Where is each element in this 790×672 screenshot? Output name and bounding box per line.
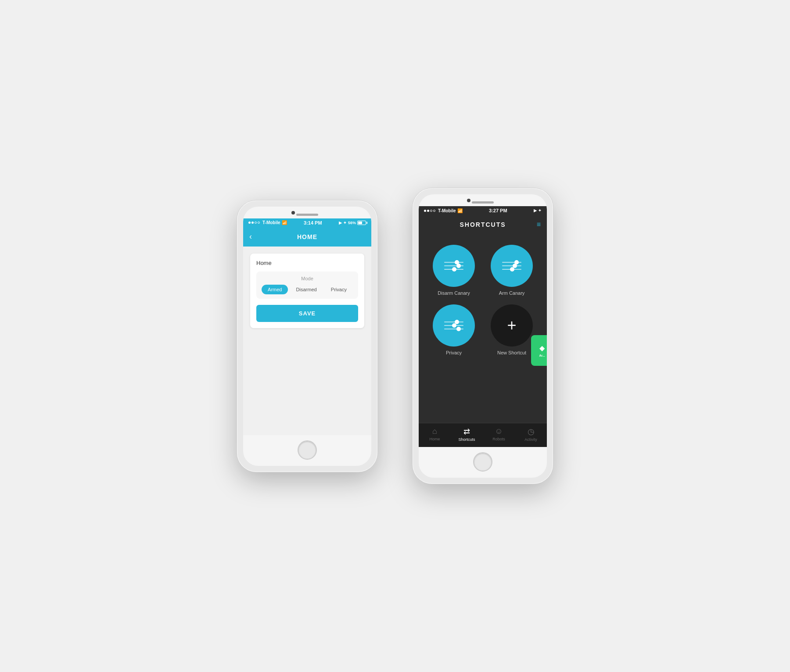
home-tab-label: Home — [429, 437, 440, 441]
front-camera — [291, 211, 295, 214]
shortcut-disarm-canary[interactable]: Disarm Canary — [429, 245, 478, 296]
arm-slider-icon — [499, 258, 525, 273]
plus-icon: + — [507, 316, 516, 335]
tab-shortcuts[interactable]: ⇄ Shortcuts — [456, 427, 478, 442]
disarm-slider-icon — [441, 258, 467, 273]
slider-knob-2 — [456, 264, 461, 268]
arm-slider-line-3 — [502, 269, 521, 270]
phone2-bt: ✦ — [538, 208, 542, 213]
privacy-label: Privacy — [446, 350, 462, 355]
shortcuts-tab-icon: ⇄ — [463, 427, 470, 436]
speaker — [296, 214, 318, 216]
time-display: 3:14 PM — [304, 220, 322, 225]
slider-row-3 — [444, 269, 463, 270]
arm-slider-knob-3 — [510, 267, 514, 272]
shortcuts-screen: Disarm Canary — [419, 234, 547, 423]
arm-slider-line-2 — [502, 265, 521, 266]
slider-row-2 — [444, 265, 463, 266]
shortcut-arm-canary[interactable]: Arm Canary — [487, 245, 536, 296]
mode-armed-button[interactable]: Armed — [262, 285, 288, 294]
priv-slider-knob-3 — [456, 327, 461, 331]
signal-dots — [248, 222, 260, 224]
battery-indicator — [357, 221, 366, 225]
page-title: HOME — [258, 233, 356, 240]
back-button[interactable]: ‹ — [249, 232, 258, 241]
slider-knob-3 — [452, 267, 456, 272]
arm-slider-line-1 — [502, 262, 521, 263]
phone2-bottom — [419, 447, 547, 478]
wifi-icon: 📶 — [282, 220, 287, 225]
phone2-screen: T-Mobile 📶 3:27 PM ▶ ✦ SHORTCUTS ≡ — [419, 206, 547, 447]
arm-slider-row-3 — [502, 269, 521, 270]
shortcut-new[interactable]: + New Shortcut — [487, 304, 536, 355]
nav-bar: ‹ HOME — [243, 227, 371, 247]
phone2-speaker — [472, 201, 494, 204]
priv-slider-row-1 — [444, 322, 463, 322]
tab-activity[interactable]: ◷ Activity — [520, 427, 542, 442]
location-name: Home — [256, 260, 358, 266]
battery-fill — [358, 222, 362, 224]
battery-text: 56% — [348, 221, 356, 225]
phone2-time: 3:27 PM — [489, 208, 507, 213]
dot2 — [251, 222, 254, 224]
phone2-carrier: T-Mobile — [438, 208, 456, 213]
shortcuts-grid: Disarm Canary — [419, 234, 547, 362]
home-card: Home Mode Armed Disarmed Privacy SAVE — [250, 254, 364, 328]
arm-slider-row-1 — [502, 262, 521, 263]
robots-tab-icon: ☺ — [495, 427, 503, 436]
phone2-status-bar: T-Mobile 📶 3:27 PM ▶ ✦ — [419, 206, 547, 215]
priv-slider-row-2 — [444, 325, 463, 326]
phone-top-hardware — [243, 207, 371, 218]
p2-dot3 — [430, 210, 432, 212]
home-tab-icon: ⌂ — [432, 427, 437, 436]
mode-disarmed-button[interactable]: Disarmed — [290, 285, 323, 294]
phone2-signal-dots — [424, 210, 435, 212]
new-shortcut-label: New Shortcut — [497, 350, 526, 355]
p2-dot1 — [424, 210, 426, 212]
shortcut-privacy[interactable]: Privacy — [429, 304, 478, 355]
privacy-slider-icon — [441, 318, 467, 333]
phone2-status-left: T-Mobile 📶 — [424, 208, 463, 213]
shortcuts-tab-label: Shortcuts — [458, 437, 475, 442]
home-content: Home Mode Armed Disarmed Privacy SAVE — [243, 247, 371, 435]
dot4 — [258, 222, 260, 224]
privacy-circle — [433, 304, 475, 347]
shortcuts-title: SHORTCUTS — [460, 221, 506, 228]
side-peek-armed[interactable]: ◆ Ar... — [531, 335, 547, 366]
slider-line-1 — [444, 262, 463, 263]
tab-home[interactable]: ⌂ Home — [424, 427, 446, 442]
bluetooth-icon: ✦ — [343, 221, 347, 225]
priv-slider-line-2 — [444, 325, 463, 326]
dot3 — [255, 222, 257, 224]
menu-icon[interactable]: ≡ — [537, 221, 541, 229]
p2-dot2 — [427, 210, 429, 212]
phone2-status-right: ▶ ✦ — [534, 208, 542, 213]
phone2-home-button[interactable] — [473, 452, 492, 472]
status-bar: T-Mobile 📶 3:14 PM ▶ ✦ 56% — [243, 218, 371, 227]
status-right: ▶ ✦ 56% — [339, 221, 366, 225]
priv-slider-line-1 — [444, 322, 463, 322]
shortcuts-nav-bar: SHORTCUTS ≡ — [419, 215, 547, 234]
location-icon: ▶ — [339, 221, 342, 225]
mode-privacy-button[interactable]: Privacy — [325, 285, 353, 294]
phone-bottom — [243, 435, 371, 466]
shortcuts-wrapper: Disarm Canary — [419, 234, 547, 447]
phone2-wifi: 📶 — [457, 208, 463, 213]
phone-2: T-Mobile 📶 3:27 PM ▶ ✦ SHORTCUTS ≡ — [413, 188, 553, 484]
new-shortcut-circle: + — [491, 304, 533, 347]
shield-icon: ◆ — [539, 344, 545, 352]
tab-bar: ⌂ Home ⇄ Shortcuts ☺ Robots ◷ Activity — [419, 423, 547, 447]
carrier-label: T-Mobile — [262, 220, 280, 225]
p2-dot4 — [433, 210, 435, 212]
tab-robots[interactable]: ☺ Robots — [488, 427, 510, 442]
activity-tab-label: Activity — [524, 437, 537, 442]
phone1-screen: T-Mobile 📶 3:14 PM ▶ ✦ 56% ‹ HOME — [243, 218, 371, 435]
mode-buttons: Armed Disarmed Privacy — [261, 285, 354, 294]
arm-canary-label: Arm Canary — [499, 290, 525, 296]
arm-slider-row-2 — [502, 265, 521, 266]
home-button[interactable] — [298, 440, 317, 460]
dot1 — [248, 222, 251, 224]
armed-peek-text: Ar... — [539, 354, 545, 357]
save-button[interactable]: SAVE — [256, 305, 358, 322]
slider-line-2 — [444, 265, 463, 266]
